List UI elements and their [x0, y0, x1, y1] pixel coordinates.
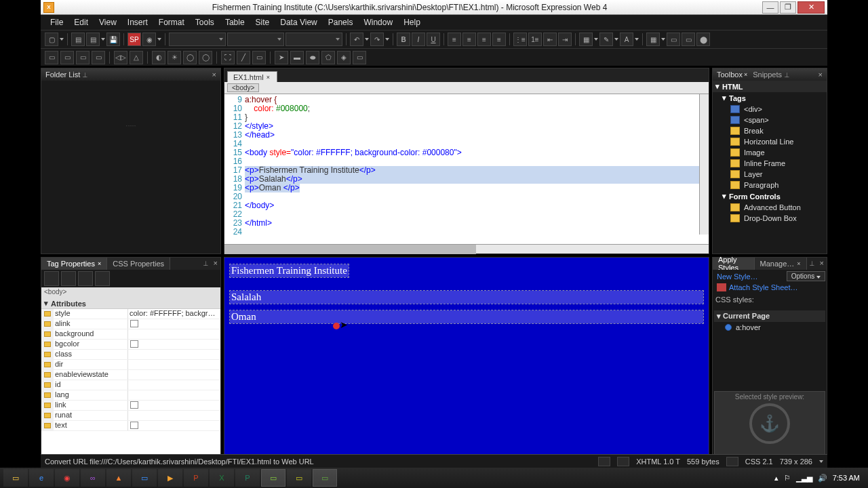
close-panel-icon[interactable]: × — [817, 258, 827, 270]
maximize-button[interactable]: ❐ — [780, 1, 796, 14]
task-expressionweb[interactable]: ▭ — [261, 469, 285, 487]
align-left-icon[interactable]: ≡ — [448, 33, 461, 46]
attach-stylesheet-link[interactable]: Attach Style Sheet… — [714, 282, 825, 293]
toolbox-item-image[interactable]: Image — [713, 147, 827, 158]
toolbox-item-span[interactable]: <span> — [713, 115, 827, 125]
shape-ellipse-icon[interactable]: ⬬ — [306, 51, 319, 64]
tab-tag-properties[interactable]: Tag Properties× — [41, 258, 107, 270]
table-icon[interactable]: ▦ — [646, 33, 660, 46]
tag-prop-class[interactable]: class — [41, 350, 220, 360]
fontcolor-icon[interactable]: A — [620, 33, 633, 46]
current-page-section[interactable]: ▾ Current Page — [714, 310, 825, 322]
tag-prop-bgcolor[interactable]: bgcolor — [41, 340, 220, 350]
tag-prop-lang[interactable]: lang — [41, 390, 220, 401]
attributes-section[interactable]: ▾Attributes — [41, 298, 220, 309]
superpreview-icon[interactable]: SP — [127, 33, 141, 46]
tray-up-icon[interactable]: ▴ — [774, 474, 778, 483]
code-breadcrumb[interactable]: <body> — [224, 82, 709, 94]
status-btn3[interactable] — [726, 457, 738, 466]
pin-icon[interactable]: ⟂ — [785, 70, 789, 79]
tool2-b[interactable]: ▭ — [60, 51, 74, 64]
shape-poly-icon[interactable]: ⬠ — [321, 51, 335, 64]
preview-body[interactable]: Fishermen Training Institute Salalah Oma… — [224, 258, 709, 455]
brightness-icon[interactable]: ☀ — [167, 51, 181, 64]
pointer-icon[interactable]: ➤ — [275, 51, 288, 64]
align-center-icon[interactable]: ≡ — [462, 33, 476, 46]
tool2-f[interactable]: ◯ — [199, 51, 212, 64]
italic-icon[interactable]: I — [412, 33, 425, 46]
tag-prop-runat[interactable]: runat — [41, 411, 220, 421]
hotspot-icon[interactable]: ◈ — [337, 51, 351, 64]
bold-icon[interactable]: B — [397, 33, 410, 46]
toolbox-item-break[interactable]: Break — [713, 125, 827, 136]
toolbox-item-hr[interactable]: Horizontal Line — [713, 136, 827, 147]
preview-p1[interactable]: Fishermen Training Institute — [230, 264, 349, 277]
tool2-c[interactable]: ▭ — [76, 51, 90, 64]
tp-btn4[interactable] — [95, 271, 110, 286]
pin-icon[interactable]: ⟂ — [807, 258, 817, 270]
toolbox-subcat-tags[interactable]: ▾Tags — [713, 92, 827, 104]
editor-tab-ex1[interactable]: EX1.html× — [227, 71, 277, 82]
contrast-icon[interactable]: ◐ — [152, 51, 165, 64]
menu-tools[interactable]: Tools — [190, 16, 220, 28]
rect-icon[interactable]: ▭ — [252, 51, 266, 64]
flip-v-icon[interactable]: △ — [130, 51, 143, 64]
flip-h-icon[interactable]: ◁▷ — [114, 51, 127, 64]
menu-file[interactable]: File — [45, 16, 68, 28]
toolbox-item-dropdown[interactable]: Drop-Down Box — [713, 213, 827, 224]
tag-prop-link[interactable]: link — [41, 401, 220, 411]
tool2-g[interactable]: ▭ — [353, 51, 366, 64]
image-icon[interactable]: ▭ — [682, 33, 695, 46]
tray-clock[interactable]: 7:53 AM — [833, 474, 860, 482]
borders-icon[interactable]: ▦ — [579, 33, 593, 46]
crop-icon[interactable]: ⛶ — [221, 51, 235, 64]
close-button[interactable]: ✕ — [797, 1, 825, 14]
tag-prop-background[interactable]: background — [41, 329, 220, 340]
bullet-list-icon[interactable]: ⋮≡ — [513, 33, 527, 46]
toolbox-item-iframe[interactable]: Inline Frame — [713, 158, 827, 169]
status-btn1[interactable] — [598, 457, 610, 466]
menu-help[interactable]: Help — [398, 16, 426, 28]
redo-icon[interactable]: ↷ — [370, 33, 384, 46]
task-app3[interactable]: ▭ — [287, 469, 311, 487]
status-doctype[interactable]: XHTML 1.0 T — [636, 458, 680, 466]
toolbox-item-layer[interactable]: Layer — [713, 169, 827, 180]
style-dropdown[interactable] — [169, 33, 226, 46]
line-icon[interactable]: ╱ — [237, 51, 250, 64]
size-dropdown[interactable] — [285, 33, 342, 46]
open-site-icon[interactable]: ▤ — [86, 33, 100, 46]
preview-p3[interactable]: Oman — [230, 310, 703, 323]
toolbox-item-advbutton[interactable]: Advanced Button — [713, 202, 827, 213]
menu-panels[interactable]: Panels — [323, 16, 359, 28]
vertical-scrollbar[interactable] — [699, 94, 709, 235]
tray-volume-icon[interactable]: 🔊 — [818, 474, 827, 483]
menu-table[interactable]: Table — [220, 16, 250, 28]
close-panel-icon[interactable]: × — [818, 70, 823, 79]
tag-prop-id[interactable]: id — [41, 380, 220, 390]
close-tab-icon[interactable]: × — [267, 74, 270, 81]
snippets-tab[interactable]: Snippets — [753, 70, 782, 79]
preview-icon[interactable]: ◉ — [142, 33, 156, 46]
underline-icon[interactable]: U — [427, 33, 440, 46]
align-right-icon[interactable]: ≡ — [477, 33, 491, 46]
tag-prop-style[interactable]: stylecolor: #FFFFFF; backgr… — [41, 309, 220, 319]
tp-btn2[interactable] — [61, 271, 76, 286]
task-publisher[interactable]: P — [235, 469, 260, 487]
code-editor[interactable]: 9101112131415161718192021222324 a:hover … — [224, 94, 709, 244]
close-panel-icon[interactable]: × — [211, 258, 220, 270]
indent-icon[interactable]: ⇥ — [558, 33, 572, 46]
task-powerpoint[interactable]: P — [184, 469, 208, 487]
layer-icon[interactable]: ▭ — [667, 33, 680, 46]
status-css[interactable]: CSS 2.1 — [745, 458, 773, 466]
code-lines[interactable]: a:hover { color: #008000; } </style> </h… — [245, 94, 709, 244]
task-ie[interactable]: e — [29, 469, 54, 487]
toolbox-cat-html[interactable]: ▾HTML — [713, 81, 827, 92]
task-app2[interactable]: ▶ — [158, 469, 182, 487]
undo-icon[interactable]: ↶ — [350, 33, 363, 46]
task-vs[interactable]: ∞ — [81, 469, 105, 487]
tool2-d[interactable]: ▭ — [92, 51, 105, 64]
menu-format[interactable]: Format — [153, 16, 190, 28]
shape-rect-icon[interactable]: ▬ — [290, 51, 304, 64]
toolbox-item-paragraph[interactable]: Paragraph — [713, 180, 827, 190]
tab-manage-styles[interactable]: Manage…× — [755, 258, 807, 270]
